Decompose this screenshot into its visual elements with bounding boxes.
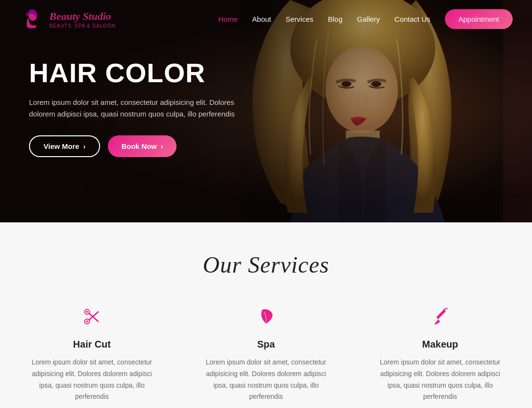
nav-item-blog[interactable]: Blog (328, 15, 342, 24)
logo-text: Beauty Studio Beauty, Spa & Saloon (49, 10, 116, 28)
service-card-haircut: Hair Cut Lorem ipsum dolor sit amet, con… (24, 307, 160, 403)
logo-icon (19, 7, 44, 32)
navbar: Beauty Studio Beauty, Spa & Saloon Home … (0, 0, 532, 39)
nav-link-blog[interactable]: Blog (328, 15, 342, 23)
svg-line-16 (444, 308, 447, 309)
service-name-haircut: Hair Cut (73, 339, 111, 350)
svg-line-12 (89, 313, 98, 321)
makeup-brush-icon (430, 307, 450, 329)
nav-item-services[interactable]: Services (285, 15, 313, 24)
services-grid: Hair Cut Lorem ipsum dolor sit amet, con… (19, 307, 513, 403)
service-name-spa: Spa (257, 339, 275, 350)
service-card-spa: Spa Lorem ipsum dolor sit amet, consecte… (198, 307, 334, 403)
service-card-makeup: Makeup Lorem ipsum dolor sit amet, conse… (372, 307, 508, 403)
nav-link-about[interactable]: About (252, 15, 271, 23)
chevron-right-icon-2: › (161, 142, 163, 150)
nav-item-appointment[interactable]: Appointment (445, 15, 513, 24)
chevron-right-icon: › (83, 142, 86, 150)
nav-item-gallery[interactable]: Gallery (357, 15, 380, 24)
service-desc-makeup: Lorem ipsum dolor sit amet, consectetur … (372, 357, 508, 403)
nav-link-contact[interactable]: Contact Us (395, 15, 430, 23)
book-now-label: Book Now (121, 142, 157, 150)
appointment-button[interactable]: Appointment (445, 9, 513, 29)
service-desc-spa: Lorem ipsum dolor sit amet, consectetur … (198, 357, 334, 403)
hero-buttons: View More › Book Now › (29, 135, 242, 157)
logo-title: Beauty Studio (49, 10, 116, 23)
nav-links: Home About Services Blog Gallery Contact… (218, 15, 513, 24)
hero-title: HAIR COLOR (29, 58, 242, 88)
hero-content: HAIR COLOR Lorem ipsum dolor sit amet, c… (29, 58, 242, 157)
nav-link-gallery[interactable]: Gallery (357, 15, 380, 23)
nav-item-contact[interactable]: Contact Us (395, 15, 430, 24)
services-heading: Our Services (19, 251, 513, 278)
services-section: Our Services Hair Cut Lorem ipsum dolor … (0, 222, 532, 408)
svg-line-13 (89, 312, 98, 320)
nav-item-about[interactable]: About (252, 15, 271, 24)
view-more-label: View More (44, 142, 79, 150)
service-desc-haircut: Lorem ipsum dolor sit amet, consectetur … (24, 357, 160, 403)
view-more-button[interactable]: View More › (29, 135, 100, 157)
scissors-icon (82, 307, 102, 329)
nav-item-home[interactable]: Home (218, 15, 237, 24)
nav-link-services[interactable]: Services (285, 15, 313, 23)
nav-link-home[interactable]: Home (218, 15, 237, 23)
service-name-makeup: Makeup (422, 339, 458, 350)
svg-point-15 (86, 321, 88, 322)
hero-description: Lorem ipsum dolor sit amet, consectetur … (29, 97, 242, 120)
book-now-button[interactable]: Book Now › (108, 135, 177, 157)
logo-subtitle: Beauty, Spa & Saloon (49, 23, 116, 29)
svg-point-14 (86, 311, 88, 313)
logo[interactable]: Beauty Studio Beauty, Spa & Saloon (19, 7, 116, 32)
leaf-icon (256, 307, 276, 329)
